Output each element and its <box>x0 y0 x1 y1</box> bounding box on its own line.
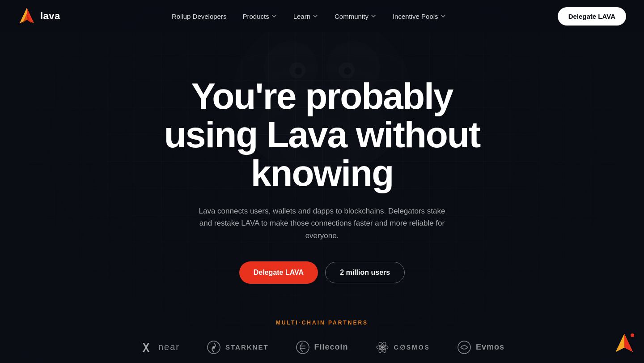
nav-links: Rollup Developers Products Learn Communi… <box>165 9 453 24</box>
hero-delegate-button[interactable]: Delegate LAVA <box>239 261 318 284</box>
starknet-logo-icon <box>207 340 221 354</box>
partner-near: near <box>140 340 180 354</box>
nav-community[interactable]: Community <box>328 9 383 24</box>
nav-products[interactable]: Products <box>236 9 283 24</box>
svg-marker-2 <box>20 8 27 23</box>
starknet-logo-text: STARKNET <box>225 343 269 351</box>
main-nav: lava Rollup Developers Products Learn Co… <box>0 0 644 32</box>
svg-marker-1 <box>27 8 34 23</box>
hero-subtitle: Lava connects users, wallets and dapps t… <box>197 205 447 242</box>
hero-section: You're probably using Lava without knowi… <box>0 32 644 311</box>
svg-point-15 <box>381 346 384 349</box>
partner-starknet: STARKNET <box>207 340 269 354</box>
incentive-chevron-icon <box>440 13 446 19</box>
cosmos-logo-text: C∅SMOS <box>394 344 430 351</box>
nav-rollup-developers[interactable]: Rollup Developers <box>165 9 233 24</box>
logo-link[interactable]: lava <box>18 7 60 25</box>
bottom-right-decoration <box>614 333 635 354</box>
community-chevron-icon <box>370 13 377 19</box>
logo-text: lava <box>40 10 60 22</box>
partner-filecoin: Filecoin <box>296 340 348 354</box>
near-logo-text: near <box>158 342 180 352</box>
partner-cosmos: C∅SMOS <box>375 340 430 354</box>
svg-point-10 <box>295 68 302 75</box>
cosmos-logo-icon <box>375 340 390 354</box>
hero-cta-buttons: Delegate LAVA 2 million users <box>239 261 405 284</box>
nav-delegate-button[interactable]: Delegate LAVA <box>558 7 626 26</box>
near-logo-icon <box>140 340 154 354</box>
products-chevron-icon <box>271 13 277 19</box>
nav-learn[interactable]: Learn <box>287 9 325 24</box>
svg-point-19 <box>458 341 470 354</box>
filecoin-logo-icon <box>296 340 310 354</box>
nav-incentive-pools[interactable]: Incentive Pools <box>386 9 453 24</box>
notification-dot <box>630 333 635 338</box>
partner-evmos: Evmos <box>457 340 504 354</box>
partners-label: MULTI-CHAIN PARTNERS <box>18 320 626 326</box>
svg-point-11 <box>344 68 351 75</box>
svg-point-13 <box>212 346 215 349</box>
lava-logo-icon <box>18 7 36 25</box>
svg-marker-22 <box>616 333 624 352</box>
hero-users-button[interactable]: 2 million users <box>325 262 405 283</box>
hero-title: You're probably using Lava without knowi… <box>164 77 480 192</box>
partners-section: MULTI-CHAIN PARTNERS near STARKNET <box>0 311 644 363</box>
filecoin-logo-text: Filecoin <box>314 342 348 352</box>
evmos-logo-icon <box>457 340 471 354</box>
partners-logos-container: near STARKNET Filecoin <box>18 340 626 354</box>
evmos-logo-text: Evmos <box>476 342 504 352</box>
learn-chevron-icon <box>312 13 318 19</box>
